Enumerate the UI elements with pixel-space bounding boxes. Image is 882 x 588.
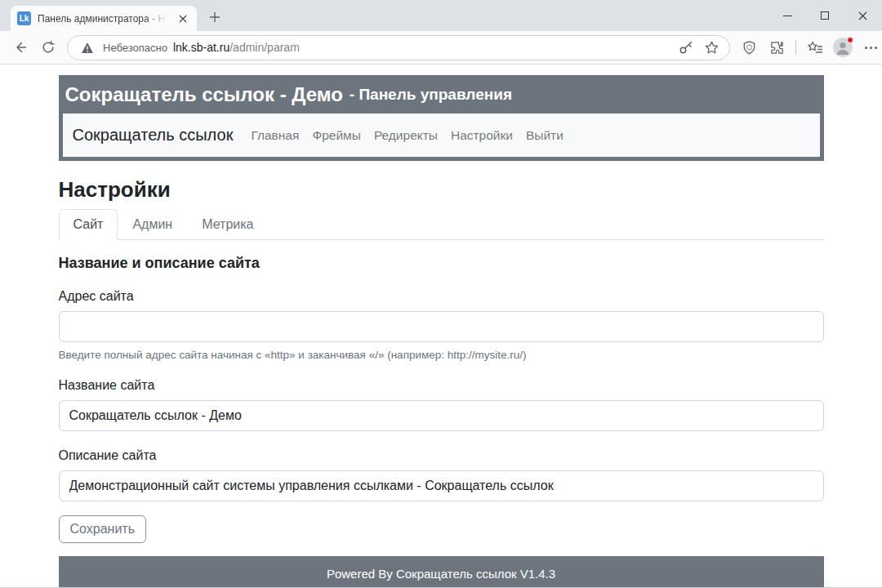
- site-address-help: Введите полный адрес сайта начиная с «ht…: [59, 349, 824, 361]
- site-name-input[interactable]: [59, 400, 824, 431]
- toolbar-divider: [795, 40, 796, 55]
- window-maximize-button[interactable]: [806, 1, 844, 30]
- browser-essentials-icon[interactable]: [737, 35, 761, 60]
- page-viewport: Сокращатель ссылок - Демо - Панель управ…: [0, 65, 882, 587]
- site-title: Сокращатель ссылок - Демо - Панель управ…: [59, 75, 824, 114]
- site-title-suffix: - Панель управления: [350, 86, 512, 104]
- notification-dot: [847, 37, 853, 43]
- navbar-brand[interactable]: Сокращатель ссылок: [73, 126, 234, 145]
- site-address-label: Адрес сайта: [59, 289, 824, 304]
- site-description-label: Описание сайта: [59, 448, 824, 463]
- window-minimize-button[interactable]: [768, 1, 806, 30]
- site-favicon: Lk: [17, 11, 31, 25]
- site-description-input[interactable]: [59, 470, 824, 501]
- back-button[interactable]: [8, 35, 33, 60]
- page-title: Настройки: [59, 177, 824, 203]
- profile-avatar[interactable]: [831, 35, 855, 60]
- page-footer: Powered By Сокращатель ссылок V1.4.3: [59, 556, 824, 587]
- address-bar[interactable]: Небезопасно lnk.sb-at.ru/admin/param: [67, 35, 730, 60]
- tab-strip: Lk Панель администратора - Настройки: [0, 0, 882, 31]
- extensions-icon[interactable]: [764, 35, 789, 60]
- settings-tabs: Сайт Админ Метрика: [59, 209, 824, 240]
- site-address-input[interactable]: [59, 311, 824, 342]
- password-key-icon[interactable]: [676, 38, 696, 57]
- tab-metrika[interactable]: Метрика: [187, 209, 268, 240]
- security-warning-icon[interactable]: [78, 38, 97, 57]
- page-container: Сокращатель ссылок - Демо - Панель управ…: [59, 75, 824, 587]
- browser-window: Lk Панель администратора - Настройки: [0, 0, 882, 588]
- nav-link-redirects[interactable]: Редиректы: [368, 128, 444, 143]
- url-path: /admin/param: [229, 41, 300, 54]
- new-tab-button[interactable]: [203, 6, 226, 29]
- favorite-star-icon[interactable]: [702, 38, 721, 57]
- security-label: Небезопасно: [103, 42, 167, 54]
- url-text: lnk.sb-at.ru/admin/param: [173, 41, 670, 54]
- navbar: Сокращатель ссылок Главная Фреймы Редире…: [63, 114, 820, 157]
- browser-tab[interactable]: Lk Панель администратора - Настройки: [11, 6, 197, 31]
- url-host: lnk.sb-at.ru: [173, 41, 229, 54]
- window-close-button[interactable]: [844, 1, 881, 30]
- nav-link-home[interactable]: Главная: [244, 128, 305, 143]
- tab-close-icon[interactable]: [176, 11, 190, 26]
- site-name-label: Название сайта: [59, 378, 824, 393]
- browser-toolbar: Небезопасно lnk.sb-at.ru/admin/param: [0, 31, 882, 65]
- tab-admin[interactable]: Админ: [118, 209, 187, 240]
- site-title-main: Сокращатель ссылок - Демо: [65, 83, 343, 106]
- refresh-button[interactable]: [36, 35, 60, 60]
- nav-links: Главная Фреймы Редиректы Настройки Выйти: [244, 128, 569, 143]
- tab-site[interactable]: Сайт: [59, 209, 118, 240]
- site-header: Сокращатель ссылок - Демо - Панель управ…: [59, 75, 824, 161]
- nav-link-frames[interactable]: Фреймы: [305, 128, 367, 143]
- settings-menu-icon[interactable]: [858, 35, 882, 60]
- nav-link-settings[interactable]: Настройки: [444, 128, 519, 143]
- section-title: Название и описание сайта: [59, 255, 824, 272]
- favorites-hub-icon[interactable]: [803, 35, 827, 60]
- tab-title: Панель администратора - Настройки: [38, 13, 169, 24]
- footer-text: Powered By Сокращатель ссылок V1.4.3: [327, 567, 555, 581]
- window-controls: [768, 1, 881, 30]
- save-button[interactable]: Сохранить: [59, 515, 147, 543]
- nav-link-logout[interactable]: Выйти: [519, 128, 570, 143]
